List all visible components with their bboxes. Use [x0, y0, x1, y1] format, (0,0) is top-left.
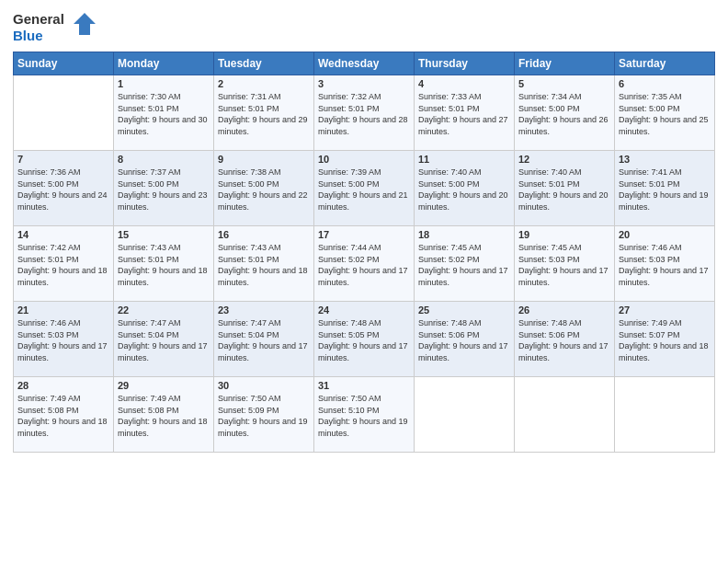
- day-number: 18: [418, 229, 510, 240]
- day-number: 2: [218, 78, 310, 89]
- day-info: Sunrise: 7:43 AMSunset: 5:01 PMDaylight:…: [218, 242, 310, 288]
- day-cell: 27Sunrise: 7:49 AMSunset: 5:07 PMDayligh…: [615, 302, 715, 377]
- day-number: 12: [518, 154, 610, 165]
- day-info: Sunrise: 7:49 AMSunset: 5:08 PMDaylight:…: [17, 393, 109, 439]
- day-number: 10: [318, 154, 410, 165]
- day-number: 24: [318, 304, 410, 316]
- day-cell: 28Sunrise: 7:49 AMSunset: 5:08 PMDayligh…: [14, 377, 114, 453]
- day-cell: 14Sunrise: 7:42 AMSunset: 5:01 PMDayligh…: [14, 226, 114, 302]
- header: General Blue: [13, 9, 715, 44]
- week-row: 21Sunrise: 7:46 AMSunset: 5:03 PMDayligh…: [14, 302, 715, 377]
- day-info: Sunrise: 7:48 AMSunset: 5:06 PMDaylight:…: [518, 317, 610, 363]
- day-info: Sunrise: 7:31 AMSunset: 5:01 PMDaylight:…: [218, 91, 310, 137]
- day-number: 22: [118, 304, 210, 316]
- day-cell: [415, 377, 515, 453]
- day-cell: 21Sunrise: 7:46 AMSunset: 5:03 PMDayligh…: [14, 302, 114, 377]
- header-row: SundayMondayTuesdayWednesdayThursdayFrid…: [14, 52, 715, 75]
- day-info: Sunrise: 7:46 AMSunset: 5:03 PMDaylight:…: [619, 242, 711, 288]
- day-cell: [14, 75, 114, 151]
- svg-text:General: General: [13, 11, 64, 27]
- day-info: Sunrise: 7:38 AMSunset: 5:00 PMDaylight:…: [218, 167, 310, 213]
- day-number: 19: [518, 229, 610, 240]
- day-cell: 1Sunrise: 7:30 AMSunset: 5:01 PMDaylight…: [114, 75, 214, 151]
- day-cell: 31Sunrise: 7:50 AMSunset: 5:10 PMDayligh…: [314, 377, 415, 453]
- day-number: 1: [118, 78, 210, 89]
- day-number: 25: [418, 304, 510, 316]
- day-cell: 12Sunrise: 7:40 AMSunset: 5:01 PMDayligh…: [515, 151, 615, 226]
- day-cell: 9Sunrise: 7:38 AMSunset: 5:00 PMDaylight…: [214, 151, 314, 226]
- day-cell: 25Sunrise: 7:48 AMSunset: 5:06 PMDayligh…: [415, 302, 515, 377]
- day-info: Sunrise: 7:50 AMSunset: 5:09 PMDaylight:…: [218, 393, 310, 439]
- day-cell: 8Sunrise: 7:37 AMSunset: 5:00 PMDaylight…: [114, 151, 214, 226]
- day-info: Sunrise: 7:46 AMSunset: 5:03 PMDaylight:…: [17, 317, 109, 363]
- day-number: 9: [218, 154, 310, 165]
- day-number: 5: [518, 78, 610, 89]
- day-header: Saturday: [615, 52, 715, 75]
- day-cell: [615, 377, 715, 453]
- day-cell: 22Sunrise: 7:47 AMSunset: 5:04 PMDayligh…: [114, 302, 214, 377]
- day-info: Sunrise: 7:42 AMSunset: 5:01 PMDaylight:…: [17, 242, 109, 288]
- day-number: 3: [318, 78, 410, 89]
- day-header: Wednesday: [314, 52, 415, 75]
- day-info: Sunrise: 7:44 AMSunset: 5:02 PMDaylight:…: [318, 242, 410, 288]
- day-cell: 13Sunrise: 7:41 AMSunset: 5:01 PMDayligh…: [615, 151, 715, 226]
- day-cell: 10Sunrise: 7:39 AMSunset: 5:00 PMDayligh…: [314, 151, 415, 226]
- day-cell: 16Sunrise: 7:43 AMSunset: 5:01 PMDayligh…: [214, 226, 314, 302]
- day-number: 29: [118, 380, 210, 391]
- day-number: 31: [318, 380, 410, 391]
- day-cell: 18Sunrise: 7:45 AMSunset: 5:02 PMDayligh…: [415, 226, 515, 302]
- day-cell: 17Sunrise: 7:44 AMSunset: 5:02 PMDayligh…: [314, 226, 415, 302]
- day-cell: 30Sunrise: 7:50 AMSunset: 5:09 PMDayligh…: [214, 377, 314, 453]
- logo-svg: General Blue: [13, 9, 96, 44]
- day-cell: 6Sunrise: 7:35 AMSunset: 5:00 PMDaylight…: [615, 75, 715, 151]
- day-cell: 7Sunrise: 7:36 AMSunset: 5:00 PMDaylight…: [14, 151, 114, 226]
- day-number: 13: [619, 154, 711, 165]
- logo: General Blue: [13, 9, 96, 44]
- day-cell: 15Sunrise: 7:43 AMSunset: 5:01 PMDayligh…: [114, 226, 214, 302]
- day-info: Sunrise: 7:41 AMSunset: 5:01 PMDaylight:…: [619, 167, 711, 213]
- day-number: 26: [518, 304, 610, 316]
- day-cell: 26Sunrise: 7:48 AMSunset: 5:06 PMDayligh…: [515, 302, 615, 377]
- day-info: Sunrise: 7:36 AMSunset: 5:00 PMDaylight:…: [17, 167, 109, 213]
- day-cell: 5Sunrise: 7:34 AMSunset: 5:00 PMDaylight…: [515, 75, 615, 151]
- day-number: 16: [218, 229, 310, 240]
- day-header: Monday: [114, 52, 214, 75]
- day-cell: 19Sunrise: 7:45 AMSunset: 5:03 PMDayligh…: [515, 226, 615, 302]
- day-info: Sunrise: 7:48 AMSunset: 5:05 PMDaylight:…: [318, 317, 410, 363]
- week-row: 28Sunrise: 7:49 AMSunset: 5:08 PMDayligh…: [14, 377, 715, 453]
- day-number: 17: [318, 229, 410, 240]
- day-cell: [515, 377, 615, 453]
- day-info: Sunrise: 7:49 AMSunset: 5:08 PMDaylight:…: [118, 393, 210, 439]
- week-row: 7Sunrise: 7:36 AMSunset: 5:00 PMDaylight…: [14, 151, 715, 226]
- day-info: Sunrise: 7:30 AMSunset: 5:01 PMDaylight:…: [118, 91, 210, 137]
- day-info: Sunrise: 7:37 AMSunset: 5:00 PMDaylight:…: [118, 167, 210, 213]
- day-info: Sunrise: 7:49 AMSunset: 5:07 PMDaylight:…: [619, 317, 711, 363]
- day-cell: 23Sunrise: 7:47 AMSunset: 5:04 PMDayligh…: [214, 302, 314, 377]
- day-info: Sunrise: 7:33 AMSunset: 5:01 PMDaylight:…: [418, 91, 510, 137]
- day-info: Sunrise: 7:43 AMSunset: 5:01 PMDaylight:…: [118, 242, 210, 288]
- day-header: Friday: [515, 52, 615, 75]
- day-number: 20: [619, 229, 711, 240]
- day-cell: 2Sunrise: 7:31 AMSunset: 5:01 PMDaylight…: [214, 75, 314, 151]
- calendar-table: SundayMondayTuesdayWednesdayThursdayFrid…: [13, 52, 715, 453]
- week-row: 1Sunrise: 7:30 AMSunset: 5:01 PMDaylight…: [14, 75, 715, 151]
- day-info: Sunrise: 7:32 AMSunset: 5:01 PMDaylight:…: [318, 91, 410, 137]
- day-info: Sunrise: 7:50 AMSunset: 5:10 PMDaylight:…: [318, 393, 410, 439]
- day-number: 11: [418, 154, 510, 165]
- day-number: 15: [118, 229, 210, 240]
- day-number: 14: [17, 229, 109, 240]
- day-cell: 20Sunrise: 7:46 AMSunset: 5:03 PMDayligh…: [615, 226, 715, 302]
- day-info: Sunrise: 7:48 AMSunset: 5:06 PMDaylight:…: [418, 317, 510, 363]
- svg-marker-2: [74, 13, 96, 35]
- day-number: 27: [619, 304, 711, 316]
- day-info: Sunrise: 7:35 AMSunset: 5:00 PMDaylight:…: [619, 91, 711, 137]
- day-number: 8: [118, 154, 210, 165]
- day-cell: 11Sunrise: 7:40 AMSunset: 5:00 PMDayligh…: [415, 151, 515, 226]
- day-info: Sunrise: 7:40 AMSunset: 5:01 PMDaylight:…: [518, 167, 610, 213]
- day-header: Sunday: [14, 52, 114, 75]
- day-cell: 29Sunrise: 7:49 AMSunset: 5:08 PMDayligh…: [114, 377, 214, 453]
- day-number: 6: [619, 78, 711, 89]
- day-number: 28: [17, 380, 109, 391]
- day-header: Thursday: [415, 52, 515, 75]
- day-number: 21: [17, 304, 109, 316]
